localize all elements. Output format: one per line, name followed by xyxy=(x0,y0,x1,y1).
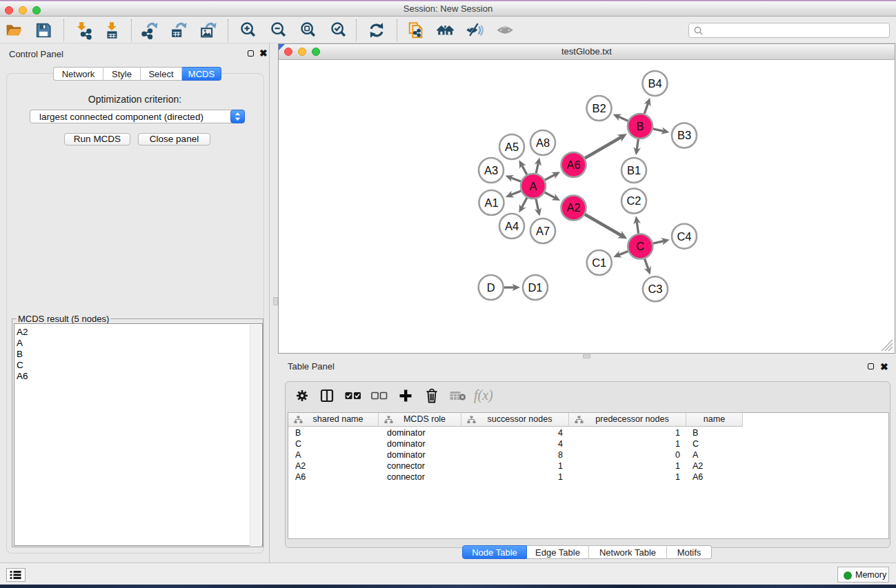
svg-text:C2: C2 xyxy=(626,194,641,207)
svg-text:B: B xyxy=(636,120,644,132)
svg-text:A4: A4 xyxy=(505,220,519,232)
svg-text:D1: D1 xyxy=(528,281,542,294)
svg-text:C1: C1 xyxy=(592,256,606,269)
svg-text:B2: B2 xyxy=(592,102,606,114)
svg-text:D: D xyxy=(487,281,495,294)
svg-text:A3: A3 xyxy=(484,164,498,176)
svg-text:C3: C3 xyxy=(648,283,662,295)
svg-text:A6: A6 xyxy=(566,159,580,171)
svg-text:C4: C4 xyxy=(677,230,691,243)
svg-text:A: A xyxy=(529,180,537,192)
svg-text:A2: A2 xyxy=(566,201,580,214)
svg-text:A5: A5 xyxy=(505,141,519,153)
svg-text:A7: A7 xyxy=(536,225,550,237)
svg-text:A8: A8 xyxy=(536,136,550,149)
svg-text:B4: B4 xyxy=(648,77,661,90)
svg-text:B1: B1 xyxy=(627,164,641,176)
svg-text:C: C xyxy=(636,240,644,252)
svg-text:B3: B3 xyxy=(677,129,691,141)
svg-text:A1: A1 xyxy=(484,196,498,209)
